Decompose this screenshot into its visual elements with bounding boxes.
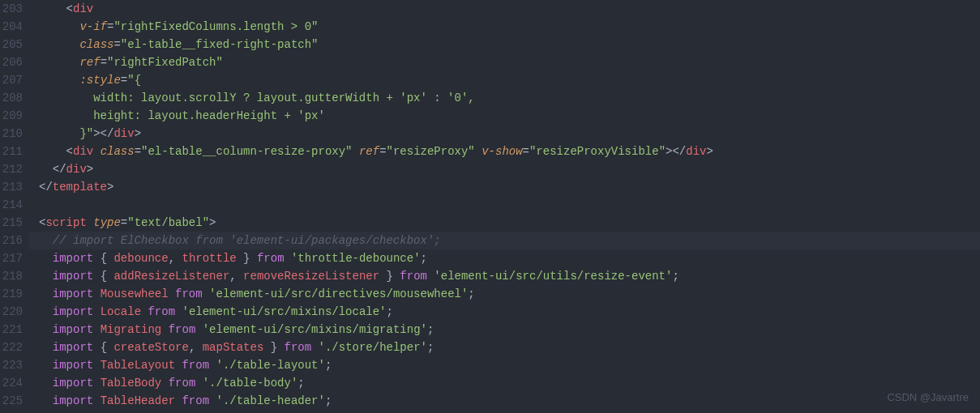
code-line[interactable]: </div> xyxy=(39,160,980,178)
code-line[interactable]: import { debounce, throttle } from 'thro… xyxy=(39,249,980,267)
line-number: 203 xyxy=(0,0,23,18)
code-line[interactable]: import TableBody from './table-body'; xyxy=(39,374,980,392)
code-line[interactable]: width: layout.scrollY ? layout.gutterWid… xyxy=(39,89,980,107)
line-number: 224 xyxy=(0,374,23,392)
line-number: 206 xyxy=(0,53,23,71)
line-number: 216 xyxy=(0,232,23,249)
line-number: 218 xyxy=(0,267,23,285)
code-line[interactable]: v-if="rightFixedColumns.length > 0" xyxy=(39,18,980,36)
line-number: 212 xyxy=(0,160,23,178)
line-number: 208 xyxy=(0,89,23,107)
code-area[interactable]: <div v-if="rightFixedColumns.length > 0"… xyxy=(29,0,980,413)
line-number: 211 xyxy=(0,143,23,160)
line-number: 222 xyxy=(0,338,23,356)
code-line[interactable]: <div xyxy=(39,0,980,18)
code-line[interactable]: import { createStore, mapStates } from '… xyxy=(39,338,980,356)
code-line[interactable]: // import ElCheckbox from 'element-ui/pa… xyxy=(29,232,980,249)
code-line[interactable]: import Migrating from 'element-ui/src/mi… xyxy=(39,321,980,338)
watermark: CSDN @Javartre xyxy=(887,389,969,407)
line-number: 225 xyxy=(0,392,23,410)
line-number: 209 xyxy=(0,107,23,125)
line-number: 219 xyxy=(0,285,23,303)
line-number: 223 xyxy=(0,356,23,374)
code-line[interactable]: }"></div> xyxy=(39,125,980,143)
line-number: 217 xyxy=(0,249,23,267)
line-number: 213 xyxy=(0,178,23,196)
code-line[interactable]: import TableHeader from './table-header'… xyxy=(39,392,980,410)
line-number: 215 xyxy=(0,214,23,232)
code-line[interactable]: import Locale from 'element-ui/src/mixin… xyxy=(39,303,980,321)
code-line[interactable]: import { addResizeListener, removeResize… xyxy=(39,267,980,285)
code-line[interactable]: ref="rightFixedPatch" xyxy=(39,53,980,71)
code-line[interactable] xyxy=(39,196,980,214)
code-editor[interactable]: 2032042052062072082092102112122132142152… xyxy=(0,0,980,413)
code-line[interactable]: :style="{ xyxy=(39,71,980,89)
line-number: 214 xyxy=(0,196,23,214)
code-line[interactable]: height: layout.headerHeight + 'px' xyxy=(39,107,980,125)
line-number: 207 xyxy=(0,71,23,89)
code-line[interactable]: class="el-table__fixed-right-patch" xyxy=(39,36,980,53)
code-line[interactable]: <script type="text/babel"> xyxy=(39,214,980,232)
code-line[interactable]: import TableLayout from './table-layout'… xyxy=(39,356,980,374)
line-number-gutter: 2032042052062072082092102112122132142152… xyxy=(0,0,29,413)
line-number: 210 xyxy=(0,125,23,143)
code-line[interactable]: import Mousewheel from 'element-ui/src/d… xyxy=(39,285,980,303)
line-number: 220 xyxy=(0,303,23,321)
code-line[interactable]: </template> xyxy=(39,178,980,196)
line-number: 204 xyxy=(0,18,23,36)
line-number: 205 xyxy=(0,36,23,53)
line-number: 221 xyxy=(0,321,23,338)
code-line[interactable]: <div class="el-table__column-resize-prox… xyxy=(39,143,980,160)
